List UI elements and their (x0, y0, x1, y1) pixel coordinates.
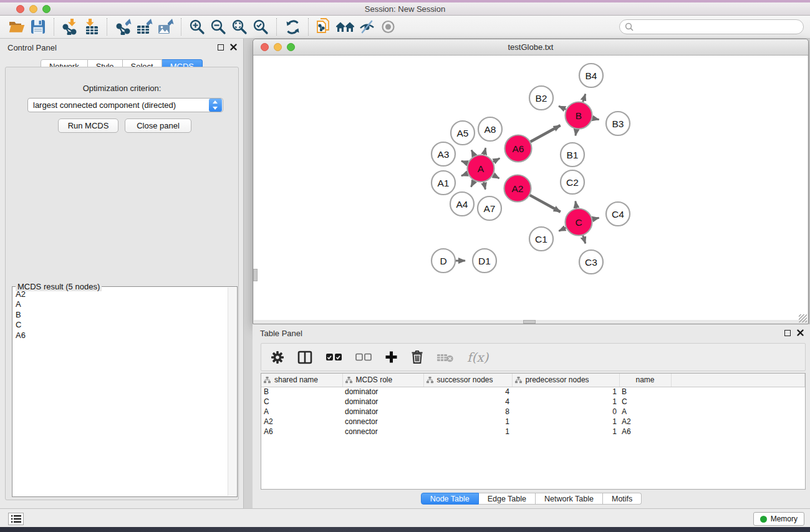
refresh-button[interactable] (282, 17, 303, 37)
hide-panel-button[interactable] (356, 17, 377, 37)
select-all-button[interactable] (325, 353, 342, 362)
network-canvas[interactable]: B4B2BB3B1A6A5A8A3AA1A4A7A2C2CC4C1C3DD1 (254, 56, 808, 320)
graph-node-D[interactable]: D (432, 249, 455, 273)
zoom-fit-button[interactable] (229, 17, 250, 37)
edge-C-C1[interactable] (559, 228, 566, 231)
task-history-button[interactable] (8, 513, 24, 525)
table-row[interactable]: A6connector11A6 (261, 427, 805, 437)
column-header-name[interactable]: name (619, 374, 671, 387)
edge-C-C2[interactable] (576, 201, 577, 208)
graph-node-C2[interactable]: C2 (561, 170, 584, 194)
graph-node-B2[interactable]: B2 (529, 86, 553, 110)
edge-C-C4[interactable] (592, 218, 599, 219)
table-cell[interactable]: 1 (512, 387, 619, 397)
graph-node-D1[interactable]: D1 (473, 249, 496, 273)
tab-motifs[interactable]: Motifs (603, 493, 642, 505)
table-cell[interactable]: dominator (342, 387, 423, 397)
edge-A-A8[interactable] (484, 148, 486, 155)
table-cell[interactable]: 8 (423, 407, 512, 417)
graph-node-A3[interactable]: A3 (432, 142, 455, 166)
export-image-button[interactable] (155, 17, 176, 37)
column-header-MCDS-role[interactable]: MCDS role (342, 374, 423, 387)
edge-A2-C[interactable] (530, 195, 561, 212)
column-header-shared-name[interactable]: shared name (261, 374, 342, 387)
export-table-button[interactable] (133, 17, 155, 37)
table-cell[interactable]: A (619, 407, 671, 417)
close-table-panel-icon[interactable] (797, 329, 804, 336)
network-window-titlebar[interactable]: testGlobe.txt (253, 39, 808, 56)
zoom-out-button[interactable] (208, 17, 229, 37)
table-cell[interactable]: connector (342, 427, 423, 437)
table-row[interactable]: Bdominator41B (261, 387, 805, 397)
close-panel-button[interactable]: Close panel (125, 118, 191, 133)
table-cell[interactable]: 1 (512, 417, 619, 427)
graph-node-C3[interactable]: C3 (579, 250, 603, 274)
table-row[interactable]: Adominator80A (261, 407, 805, 417)
table-cell[interactable]: 0 (512, 407, 619, 417)
zoom-in-button[interactable] (186, 17, 208, 37)
edge-B-B4[interactable] (583, 94, 586, 102)
graph-node-A7[interactable]: A7 (478, 196, 501, 220)
edge-A-A3[interactable] (461, 161, 468, 163)
table-cell[interactable]: 1 (423, 417, 512, 427)
table-cell[interactable]: 4 (423, 387, 512, 397)
float-table-panel-icon[interactable] (784, 330, 791, 336)
float-panel-icon[interactable] (218, 44, 224, 51)
edge-A6-B[interactable] (531, 125, 561, 142)
graph-node-B[interactable]: B (566, 102, 592, 129)
close-panel-icon[interactable] (230, 44, 237, 51)
graph-node-A6[interactable]: A6 (505, 135, 532, 162)
edge-A-A1[interactable] (461, 173, 468, 176)
result-scrollbar[interactable] (228, 288, 236, 496)
table-cell[interactable]: A2 (261, 417, 342, 427)
table-cell[interactable]: 1 (512, 397, 619, 407)
table-cell[interactable]: A6 (261, 427, 342, 437)
column-header-predecessor-nodes[interactable]: predecessor nodes (512, 374, 619, 387)
edge-C-C3[interactable] (583, 236, 586, 244)
graph-node-C[interactable]: C (566, 209, 592, 236)
table-cell[interactable]: A6 (619, 427, 671, 437)
graph-node-A1[interactable]: A1 (432, 171, 455, 195)
deselect-all-button[interactable] (355, 353, 372, 361)
edge-A-A4[interactable] (471, 181, 474, 187)
table-cell[interactable]: connector (342, 417, 423, 427)
table-cell[interactable]: B (619, 387, 671, 397)
table-cell[interactable]: C (619, 397, 671, 407)
edge-A-A5[interactable] (471, 150, 475, 156)
table-cell[interactable]: 1 (423, 427, 512, 437)
graph-node-A2[interactable]: A2 (504, 175, 531, 202)
table-row[interactable]: Cdominator41C (261, 397, 805, 407)
edge-A-A6[interactable] (493, 158, 500, 162)
table-cell[interactable]: A (261, 407, 342, 417)
graph-node-B4[interactable]: B4 (579, 64, 603, 87)
graph-node-A[interactable]: A (468, 155, 494, 182)
graph-node-A8[interactable]: A8 (478, 117, 502, 141)
delete-table-button-disabled[interactable] (436, 352, 454, 363)
table-cell[interactable]: 1 (512, 427, 619, 437)
show-eye-button[interactable] (377, 17, 398, 37)
tab-network-table[interactable]: Network Table (536, 493, 603, 505)
graph-node-A4[interactable]: A4 (450, 192, 474, 216)
mcds-result-item[interactable]: A2 (16, 289, 227, 299)
clone-network-button[interactable] (314, 17, 335, 37)
search-input[interactable] (637, 22, 798, 31)
edge-B-B3[interactable] (592, 118, 599, 120)
table-settings-button[interactable] (271, 351, 284, 364)
graph-node-C4[interactable]: C4 (606, 202, 630, 226)
edge-B-B2[interactable] (559, 106, 566, 109)
table-cell[interactable]: 4 (423, 397, 512, 407)
home-layout-button[interactable] (335, 17, 356, 37)
table-row[interactable]: A2connector11A2 (261, 417, 805, 427)
table-cell[interactable]: dominator (342, 397, 423, 407)
import-table-button[interactable] (80, 17, 102, 37)
table-cell[interactable]: C (261, 397, 342, 407)
save-session-button[interactable] (27, 17, 49, 37)
graph-node-B1[interactable]: B1 (561, 143, 584, 167)
edge-A-A2[interactable] (493, 175, 499, 178)
mcds-result-item[interactable]: A6 (16, 331, 227, 341)
column-header-successor-nodes[interactable]: successor nodes (423, 374, 512, 387)
canvas-left-grip[interactable] (253, 269, 258, 281)
show-columns-button[interactable] (297, 351, 312, 364)
tab-node-table[interactable]: Node Table (421, 493, 479, 505)
mcds-result-item[interactable]: C (16, 320, 227, 330)
